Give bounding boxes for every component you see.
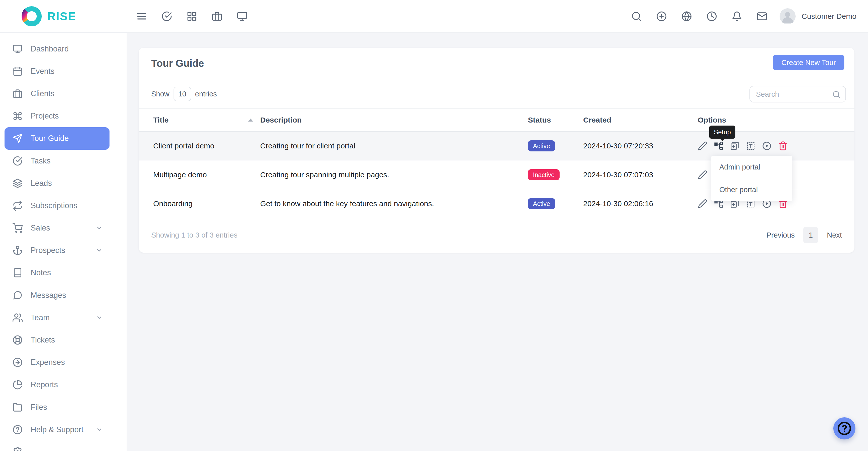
page-title: Tour Guide	[151, 58, 204, 69]
table-toolbar: Show 10 entries	[138, 79, 855, 108]
folder-icon	[12, 402, 23, 412]
sidebar-item-help-support[interactable]: Help & Support	[0, 418, 127, 441]
column-header-created[interactable]: Created	[583, 116, 698, 124]
sidebar-label: Files	[31, 403, 47, 412]
cell-title: Multipage demo	[153, 170, 260, 179]
notifications-bell-icon[interactable]	[732, 11, 742, 22]
todo-check-icon[interactable]	[161, 11, 172, 22]
brand-logo[interactable]: RISE	[21, 0, 76, 33]
column-label: Title	[153, 116, 168, 124]
sidebar-label: Notes	[31, 268, 51, 277]
rise-logo-icon	[21, 6, 42, 27]
sidebar-item-projects[interactable]: Projects	[0, 105, 127, 127]
cell-description: Creating tour for client portal	[260, 141, 528, 150]
time-log-icon[interactable]	[706, 11, 717, 22]
menu-item-other-portal[interactable]: Other portal	[711, 178, 792, 201]
language-globe-icon[interactable]	[681, 11, 692, 22]
brand-name: RISE	[47, 9, 76, 23]
page-size-select[interactable]: 10	[174, 87, 191, 101]
next-page-button[interactable]: Next	[827, 231, 842, 239]
sidebar-nav: Dashboard Events Clients Projects Tour G…	[0, 33, 127, 451]
help-circle-icon	[12, 425, 23, 435]
edit-icon[interactable]	[698, 199, 707, 208]
column-header-description[interactable]: Description	[260, 116, 528, 124]
cell-description: Get to know about the key features and n…	[260, 199, 528, 208]
current-page-button[interactable]: 1	[803, 227, 818, 243]
apps-grid-icon[interactable]	[186, 11, 197, 22]
sidebar-item-reports[interactable]: Reports	[0, 374, 127, 396]
sidebar-label: Tour Guide	[31, 134, 69, 143]
edit-icon[interactable]	[698, 141, 707, 151]
sidebar-label: Tickets	[31, 335, 55, 345]
shopping-cart-icon	[12, 223, 23, 233]
sidebar-item-expenses[interactable]: Expenses	[0, 351, 127, 374]
card-header: Tour Guide Create New Tour	[138, 48, 855, 79]
sort-asc-icon	[248, 119, 253, 122]
cell-description: Creating tour spanning multiple pages.	[260, 170, 528, 179]
search-icon[interactable]	[631, 11, 642, 22]
sidebar-item-leads[interactable]: Leads	[0, 172, 127, 194]
sidebar-item-clients[interactable]: Clients	[0, 83, 127, 105]
tour-guide-card: Tour Guide Create New Tour Show 10 entri…	[138, 48, 855, 253]
help-circle-icon	[837, 421, 852, 436]
column-header-status[interactable]: Status	[528, 116, 583, 124]
app-window: RISE Customer Demo Dashboard	[0, 0, 868, 451]
setup-tooltip: Setup	[709, 126, 735, 139]
chevron-down-icon	[96, 426, 102, 433]
menu-item-admin-portal[interactable]: Admin portal	[711, 156, 792, 178]
pie-chart-icon	[12, 380, 23, 390]
cell-title: Onboarding	[153, 199, 260, 208]
sidebar-item-prospects[interactable]: Prospects	[0, 239, 127, 262]
help-fab-button[interactable]	[833, 417, 856, 440]
sidebar-item-notes[interactable]: Notes	[0, 262, 127, 284]
table-footer: Showing 1 to 3 of 3 entries Previous 1 N…	[138, 218, 855, 252]
sidebar-label: Dashboard	[31, 44, 69, 54]
search-input[interactable]	[750, 86, 845, 102]
messages-mail-icon[interactable]	[756, 11, 768, 22]
edit-icon[interactable]	[698, 170, 707, 180]
showing-entries-text: Showing 1 to 3 of 3 entries	[151, 231, 237, 239]
sidebar-label: Team	[31, 313, 50, 322]
topbar-left-icons	[136, 0, 248, 33]
duplicate-icon[interactable]	[730, 141, 739, 151]
column-header-title[interactable]: Title	[153, 116, 260, 124]
menu-icon[interactable]	[136, 11, 147, 22]
user-name[interactable]: Customer Demo	[802, 12, 857, 21]
previous-page-button[interactable]: Previous	[767, 231, 795, 239]
sidebar-item-messages[interactable]: Messages	[0, 284, 127, 307]
sidebar-item-events[interactable]: Events	[0, 60, 127, 83]
briefcase-icon[interactable]	[212, 11, 222, 22]
sidebar-label: Prospects	[31, 246, 65, 255]
sidebar-item-dashboard[interactable]: Dashboard	[0, 38, 127, 60]
create-new-tour-button[interactable]: Create New Tour	[773, 55, 844, 70]
sidebar-item-sales[interactable]: Sales	[0, 217, 127, 239]
sidebar-label: Reports	[31, 380, 58, 389]
cell-title: Client portal demo	[153, 141, 260, 150]
user-avatar[interactable]	[780, 8, 796, 24]
life-buoy-icon	[12, 335, 23, 345]
repeat-icon	[12, 201, 23, 211]
sidebar-label: Leads	[31, 179, 52, 188]
top-navbar: RISE Customer Demo	[0, 0, 868, 33]
notebook-icon	[12, 268, 23, 278]
sidebar-item-team[interactable]: Team	[0, 307, 127, 329]
sidebar-label: Events	[31, 67, 55, 76]
sidebar-item-tour-guide[interactable]: Tour Guide	[4, 127, 110, 150]
sidebar-item-tickets[interactable]: Tickets	[0, 329, 127, 351]
preview-play-icon[interactable]	[762, 141, 772, 151]
topbar-right: Customer Demo	[617, 0, 857, 33]
sidebar-item-files[interactable]: Files	[0, 396, 127, 418]
cell-created: 2024-10-30 02:06:16	[583, 199, 698, 208]
anchor-icon	[12, 245, 23, 255]
cell-created: 2024-10-30 07:07:03	[583, 170, 698, 179]
gear-icon	[12, 447, 23, 451]
sidebar-item-partial-settings[interactable]	[0, 441, 127, 451]
rename-text-icon[interactable]	[746, 141, 755, 151]
quick-add-icon[interactable]	[656, 11, 667, 22]
monitor-icon[interactable]	[237, 11, 248, 22]
sidebar-item-subscriptions[interactable]: Subscriptions	[0, 194, 127, 217]
sidebar-label: Projects	[31, 111, 59, 121]
delete-trash-icon[interactable]	[778, 141, 787, 151]
dashboard-monitor-icon	[12, 44, 23, 54]
sidebar-item-tasks[interactable]: Tasks	[0, 150, 127, 172]
